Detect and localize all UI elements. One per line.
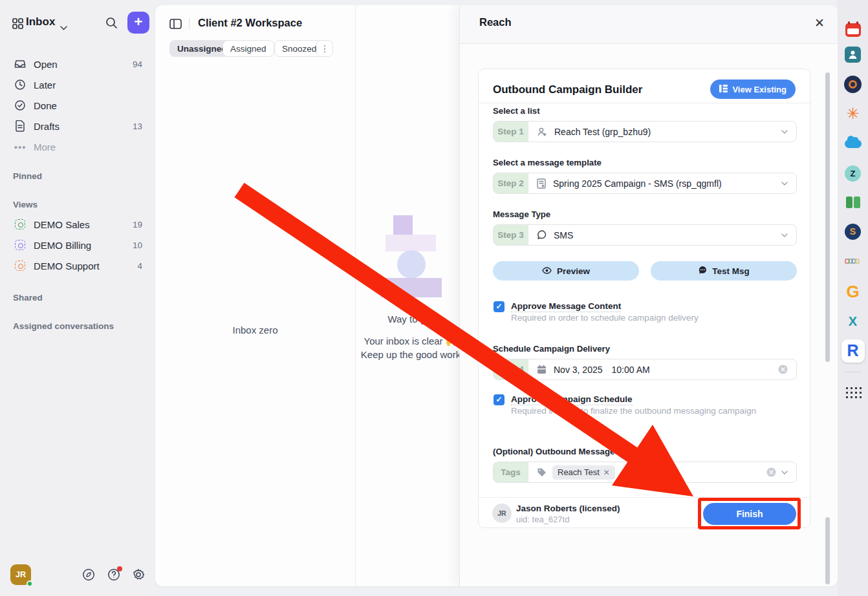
list-grid-icon bbox=[719, 85, 728, 94]
approve-schedule-checkbox[interactable]: ✓ bbox=[494, 394, 505, 405]
annotation-highlight-box bbox=[698, 498, 801, 529]
approve-content-label: Approve Message Content bbox=[511, 301, 621, 312]
tags-field[interactable]: Tags Reach Test ✕ bbox=[493, 462, 797, 483]
sidebar-item-open[interactable]: Open 94 bbox=[8, 54, 147, 74]
toggle-sidebar-icon[interactable] bbox=[169, 19, 182, 32]
sidebar-item-count: 94 bbox=[133, 59, 142, 69]
section-views: Views bbox=[13, 200, 38, 209]
view-icon bbox=[14, 218, 26, 230]
reach-panel: Reach ✕ Outbound Campaign Builder View E… bbox=[459, 5, 838, 586]
clear-icon[interactable] bbox=[778, 365, 788, 374]
step-badge: Step 1 bbox=[494, 122, 528, 142]
gear-icon[interactable] bbox=[131, 568, 146, 582]
swirl-app-icon[interactable] bbox=[838, 75, 868, 93]
contacts-app-icon[interactable] bbox=[838, 46, 868, 63]
help-icon[interactable] bbox=[107, 568, 121, 582]
campaign-builder-card: Outbound Campaign Builder View Existing … bbox=[478, 69, 810, 528]
schedule-field[interactable]: Step 4 Nov 3, 2025 10:00 AM bbox=[493, 359, 797, 380]
calendar-icon bbox=[537, 365, 547, 374]
workspace-title: Client #2 Workspace bbox=[198, 17, 302, 29]
section-pinned: Pinned bbox=[13, 171, 42, 181]
sidebar-item-more[interactable]: ••• More bbox=[8, 136, 147, 157]
sidebar-item-label: DEMO Sales bbox=[34, 219, 90, 230]
avatar[interactable]: JR bbox=[10, 564, 31, 585]
tags-badge: Tags bbox=[494, 462, 528, 482]
select-list-field[interactable]: Step 1 Reach Test (grp_bzhu9) bbox=[493, 121, 797, 142]
sidebar-item-done[interactable]: Done bbox=[8, 95, 147, 116]
salesforce-app-icon[interactable] bbox=[838, 137, 868, 150]
footer-user-uid: uid: tea_627td bbox=[516, 515, 569, 524]
sidebar-item-demo-support[interactable]: DEMO Support 4 bbox=[8, 255, 147, 276]
g-app-icon[interactable]: G bbox=[838, 282, 868, 301]
message-type-value: SMS bbox=[554, 230, 573, 240]
tab-overflow-menu[interactable]: ⋮ bbox=[316, 40, 333, 57]
sidebar-item-label: Drafts bbox=[34, 121, 60, 132]
notification-dot bbox=[117, 566, 122, 571]
approve-content-checkbox[interactable]: ✓ bbox=[494, 301, 505, 312]
sidebar-item-label: More bbox=[34, 142, 56, 153]
step-badge: Step 3 bbox=[494, 225, 528, 245]
apps-grid-icon[interactable] bbox=[838, 385, 868, 398]
chevron-down-icon[interactable] bbox=[60, 21, 67, 33]
preview-label: Preview bbox=[557, 266, 590, 276]
sidebar-item-later[interactable]: Later bbox=[8, 74, 147, 95]
tab-assigned[interactable]: Assigned bbox=[222, 40, 274, 57]
footer-user-name: Jason Roberts (licensed) bbox=[516, 504, 620, 513]
mini-brand-icon[interactable] bbox=[838, 257, 868, 265]
card-title: Outbound Campaign Builder bbox=[493, 83, 642, 96]
compass-icon[interactable] bbox=[81, 568, 96, 582]
chevron-down-icon bbox=[781, 182, 788, 186]
scrollbar-thumb[interactable] bbox=[825, 517, 830, 584]
sidebar-item-label: Later bbox=[34, 80, 56, 90]
sidebar-title[interactable]: Inbox bbox=[26, 16, 55, 28]
sidebar-item-label: DEMO Support bbox=[34, 261, 100, 271]
search-icon[interactable] bbox=[105, 17, 118, 32]
view-icon bbox=[14, 260, 26, 271]
hubspot-app-icon[interactable]: ✳ bbox=[838, 105, 868, 122]
tag-chip[interactable]: Reach Test ✕ bbox=[552, 465, 615, 480]
close-icon[interactable]: ✕ bbox=[814, 16, 825, 30]
calendar-app-icon[interactable] bbox=[838, 22, 868, 37]
reach-app-icon-active[interactable]: R bbox=[838, 339, 868, 363]
schedule-time: 10:00 AM bbox=[612, 365, 650, 375]
sidebar-item-count: 19 bbox=[133, 220, 142, 229]
tags-label: (Optional) Outbound Message Tags bbox=[493, 447, 636, 456]
panel-title: Reach bbox=[479, 16, 512, 28]
tab-label: Unassigned bbox=[177, 44, 227, 54]
select-list-value: Reach Test (grp_bzhu9) bbox=[554, 127, 651, 137]
ellipsis-icon: ••• bbox=[14, 141, 26, 153]
draft-icon bbox=[14, 120, 26, 132]
avatar-initials: JR bbox=[16, 570, 26, 579]
tag-icon bbox=[537, 467, 547, 477]
select-template-field[interactable]: Step 2 Spring 2025 Campaign - SMS (rsp_q… bbox=[493, 173, 797, 194]
clear-icon[interactable] bbox=[766, 467, 776, 477]
main-content: Client #2 Workspace Unassigned Assigned … bbox=[155, 5, 838, 586]
chevron-down-icon bbox=[781, 471, 788, 474]
sidebar: Inbox + Open 94 Later Done bbox=[0, 0, 155, 596]
x-app-icon[interactable]: X bbox=[838, 314, 868, 329]
approve-schedule-label: Approve Campaign Schedule bbox=[511, 394, 633, 405]
sidebar-item-demo-sales[interactable]: DEMO Sales 19 bbox=[8, 214, 147, 235]
sms-bubble-icon bbox=[537, 230, 547, 240]
s-app-icon[interactable]: S bbox=[838, 223, 868, 240]
book-app-icon[interactable] bbox=[838, 196, 868, 209]
view-existing-button[interactable]: View Existing bbox=[710, 80, 796, 99]
approve-content-sub: Required in order to schedule campaign d… bbox=[511, 313, 699, 323]
tab-label: Snoozed bbox=[282, 44, 316, 54]
preview-button[interactable]: Preview bbox=[493, 261, 639, 281]
scrollbar-thumb[interactable] bbox=[825, 72, 830, 362]
step-badge: Step 4 bbox=[494, 359, 528, 379]
sidebar-item-drafts[interactable]: Drafts 13 bbox=[8, 116, 147, 136]
sidebar-item-label: Done bbox=[34, 100, 57, 111]
compose-button[interactable]: + bbox=[127, 12, 149, 34]
sidebar-item-demo-billing[interactable]: DEMO Billing 10 bbox=[8, 235, 147, 255]
sidebar-item-count: 10 bbox=[133, 240, 142, 250]
remove-tag-icon[interactable]: ✕ bbox=[603, 468, 610, 477]
zendesk-app-icon[interactable]: Z bbox=[838, 165, 868, 182]
message-type-field[interactable]: Step 3 SMS bbox=[493, 224, 797, 246]
contact-list-icon bbox=[537, 127, 547, 137]
illustration-square bbox=[393, 215, 413, 235]
inbox-grid-icon bbox=[12, 18, 23, 32]
test-msg-button[interactable]: Test Msg bbox=[651, 261, 797, 281]
schedule-date: Nov 3, 2025 bbox=[554, 365, 603, 375]
